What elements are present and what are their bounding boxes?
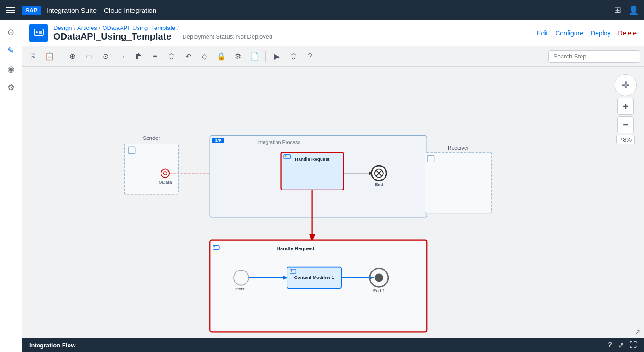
separator-1 <box>61 51 61 62</box>
svg-text:Sender: Sender <box>143 135 160 141</box>
suite-title: Integration Suite <box>46 6 97 14</box>
bottom-bar-right: ? ⤢ ⛶ <box>608 341 637 350</box>
svg-text:End 1: End 1 <box>373 288 385 293</box>
help-icon-bottom[interactable]: ? <box>608 341 612 349</box>
breadcrumb-design[interactable]: Design <box>53 24 72 31</box>
module-title: Cloud Integration <box>104 6 156 14</box>
breadcrumb-articles[interactable]: Articles <box>77 24 97 31</box>
top-navigation: SAP Integration Suite Cloud Integration … <box>0 0 644 20</box>
svg-text:Content Modifier 1: Content Modifier 1 <box>294 275 334 280</box>
svg-text:OData: OData <box>159 179 172 185</box>
flow-canvas[interactable]: Sender OData Start Integration Process <box>22 67 644 338</box>
svg-point-1 <box>36 31 38 33</box>
breadcrumb-template[interactable]: ODataAPI_Using_Template <box>102 24 175 31</box>
export-btn[interactable]: ⬡ <box>164 49 179 64</box>
svg-text:Start 1: Start 1 <box>235 286 248 291</box>
zoom-in-button[interactable]: + <box>617 98 634 115</box>
sidebar-settings-icon[interactable]: ⚙ <box>3 79 19 96</box>
grid-icon[interactable]: ⊞ <box>614 5 621 15</box>
header-left: Design / Articles / ODataAPI_Using_Templ… <box>29 24 272 42</box>
top-nav-right: ⊞ 👤 <box>614 5 638 15</box>
header-actions: Edit Configure Deploy Delete <box>537 29 637 37</box>
undo-btn[interactable]: ↶ <box>181 49 196 64</box>
main-content: Design / Articles / ODataAPI_Using_Templ… <box>22 20 644 352</box>
svg-text:Handle Request: Handle Request <box>276 246 315 251</box>
header-bar: Design / Articles / ODataAPI_Using_Templ… <box>22 20 644 46</box>
svg-rect-24 <box>285 156 287 157</box>
doc-btn[interactable]: 📄 <box>247 49 262 64</box>
settings-btn[interactable]: ⚙ <box>230 49 245 64</box>
zoom-out-button[interactable]: − <box>617 116 634 133</box>
play-btn[interactable]: ▶ <box>270 49 284 64</box>
svg-text:Receiver: Receiver <box>448 144 469 151</box>
svg-point-50 <box>375 273 383 282</box>
sidebar-monitor-icon[interactable]: ◉ <box>3 61 19 77</box>
zoom-level: 78% <box>616 135 635 144</box>
diamond-btn[interactable]: ◇ <box>197 49 212 64</box>
sidebar-design-icon[interactable]: ✎ <box>3 42 19 59</box>
collapse-handle[interactable]: ↗ <box>634 328 640 336</box>
canvas: Sender OData Start Integration Process <box>22 67 644 352</box>
separator-2 <box>265 51 266 62</box>
deploy-button[interactable]: Deploy <box>591 29 611 37</box>
nav-controls: ✛ + − 78% <box>615 74 637 144</box>
sap-logo: SAP <box>22 6 41 15</box>
svg-text:End: End <box>375 182 383 187</box>
expand-icon[interactable]: ⤢ <box>618 341 624 350</box>
svg-rect-46 <box>291 270 292 271</box>
edit-button[interactable]: Edit <box>537 29 548 37</box>
delete-button[interactable]: Delete <box>618 29 637 37</box>
bottom-bar: Integration Flow ? ⤢ ⛶ <box>22 338 644 352</box>
svg-rect-5 <box>124 144 178 194</box>
configure-button[interactable]: Configure <box>555 29 583 37</box>
left-sidebar: ⊙ ✎ ◉ ⚙ <box>0 20 22 352</box>
hamburger-menu[interactable] <box>6 7 15 13</box>
svg-rect-39 <box>213 248 215 248</box>
svg-rect-31 <box>425 152 492 213</box>
toolbar: ⎘ 📋 ⊕ ▭ ⊙ → 🗑 ≡ ⬡ ↶ ◇ 🔒 ⚙ 📄 ▶ ⬡ ? <box>22 46 644 67</box>
svg-text:Handle Request: Handle Request <box>295 156 330 162</box>
compass-button[interactable]: ✛ <box>615 74 637 96</box>
user-icon[interactable]: 👤 <box>628 5 638 15</box>
list-btn[interactable]: ≡ <box>148 49 162 64</box>
svg-text:Integration Process: Integration Process <box>257 139 300 145</box>
lock-btn[interactable]: 🔒 <box>214 49 229 64</box>
add-btn[interactable]: ⊕ <box>65 49 80 64</box>
artifact-title: ODataAPI_Using_Template <box>53 31 171 42</box>
help-btn[interactable]: ? <box>303 49 317 64</box>
svg-rect-38 <box>213 246 215 247</box>
svg-rect-47 <box>291 271 292 272</box>
flow-svg: Sender OData Start Integration Process <box>22 67 644 338</box>
delete-btn[interactable]: 🗑 <box>131 49 146 64</box>
bottom-bar-title: Integration Flow <box>29 342 75 349</box>
search-step-input[interactable] <box>548 50 640 63</box>
deployment-status: Deployment Status: Not Deployed <box>182 33 272 40</box>
sidebar-home-icon[interactable]: ⊙ <box>3 24 19 40</box>
arrow-btn[interactable]: → <box>115 49 129 64</box>
fullscreen-icon[interactable]: ⛶ <box>629 341 637 349</box>
shape-btn[interactable]: ▭ <box>81 49 96 64</box>
title-area: Design / Articles / ODataAPI_Using_Templ… <box>53 24 272 42</box>
timer-btn[interactable]: ⊙ <box>98 49 113 64</box>
copy-btn[interactable]: ⎘ <box>26 49 40 64</box>
svg-rect-23 <box>285 155 287 156</box>
paste-btn[interactable]: 📋 <box>42 49 57 64</box>
svg-text:SAP: SAP <box>215 139 222 142</box>
stop-btn[interactable]: ⬡ <box>286 49 301 64</box>
artifact-icon <box>29 24 48 42</box>
breadcrumb: Design / Articles / ODataAPI_Using_Templ… <box>53 24 272 31</box>
